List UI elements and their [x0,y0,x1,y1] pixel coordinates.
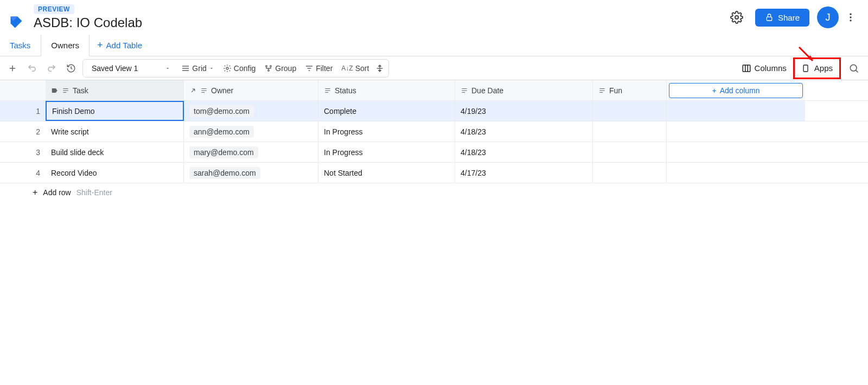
page-title[interactable]: ASDB: IO Codelab [34,15,142,30]
lock-icon [765,13,774,22]
ref-icon [189,87,197,94]
plus-icon: + [97,40,103,51]
column-header-due-date[interactable]: Due Date [455,80,593,100]
app-header: PREVIEW ASDB: IO Codelab Share J [0,0,868,35]
add-button[interactable] [4,60,21,76]
svg-rect-10 [803,65,808,72]
cell-fun[interactable] [593,101,667,121]
columns-icon [742,63,751,73]
column-header-owner[interactable]: Owner [184,80,318,100]
column-header-status[interactable]: Status [318,80,455,100]
cell-due-date[interactable]: 4/19/23 [455,101,593,121]
title-area: PREVIEW ASDB: IO Codelab [34,4,142,30]
cell-fun[interactable] [593,142,667,162]
column-header-fun[interactable]: Fun [593,80,667,100]
svg-point-3 [850,16,851,18]
sort-button[interactable]: A↓Z Sort [338,62,372,75]
svg-point-6 [266,65,267,67]
owner-chip[interactable]: tom@demo.com [189,105,254,117]
owner-chip[interactable]: ann@demo.com [189,126,254,138]
cell-task[interactable]: Record Video [46,163,184,183]
group-button[interactable]: Group [261,62,299,75]
saved-view-dropdown[interactable]: Saved View 1 [86,62,176,75]
table-row[interactable]: 3Build slide deckmary@demo.comIn Progres… [0,142,868,163]
plus-icon: + [33,188,37,197]
device-icon [801,63,810,74]
owner-chip[interactable]: mary@demo.com [189,146,258,158]
svg-point-8 [268,69,270,71]
cell-owner[interactable]: tom@demo.com [184,101,318,121]
column-header-add: + Add column [667,80,805,100]
owner-chip[interactable]: sarah@demo.com [189,167,260,179]
svg-point-11 [850,65,857,71]
add-row-button[interactable]: + Add row Shift-Enter [0,183,868,202]
add-row-hint: Shift-Enter [76,188,112,197]
undo-button[interactable] [24,60,40,76]
group-icon [264,64,273,73]
user-avatar[interactable]: J [817,7,839,28]
tab-tasks[interactable]: Tasks [0,35,41,56]
share-button[interactable]: Share [755,9,809,27]
toolbar-view-group: Saved View 1 Grid Config Group Filter A↓… [82,59,389,78]
plus-icon: + [712,86,716,95]
cell-fun[interactable] [593,163,667,183]
grid-icon [181,64,190,73]
history-button[interactable] [63,60,79,76]
cell-empty [667,163,805,183]
gear-icon [223,64,232,73]
row-height-icon [375,64,384,73]
cell-empty [667,121,805,142]
toolbar: Saved View 1 Grid Config Group Filter A↓… [0,56,868,80]
cell-due-date[interactable]: 4/17/23 [455,163,593,183]
cell-status[interactable]: Not Started [318,163,455,183]
cell-due-date[interactable]: 4/18/23 [455,121,593,142]
config-button[interactable]: Config [220,62,259,75]
search-button[interactable] [844,59,864,78]
settings-button[interactable] [726,7,748,28]
text-icon [461,87,468,94]
cell-task[interactable]: Build slide deck [46,142,184,162]
cell-task[interactable]: Write script [46,121,184,142]
sort-icon: A↓Z [341,65,353,72]
preview-badge: PREVIEW [34,4,74,14]
table-row[interactable]: 1Finish Demotom@demo.comComplete4/19/23 [0,101,868,121]
redo-button[interactable] [43,60,60,76]
filter-icon [305,64,314,73]
grid-layout-dropdown[interactable]: Grid [178,62,217,75]
row-number: 3 [0,142,46,162]
text-icon [62,87,69,94]
row-number: 2 [0,121,46,142]
columns-button[interactable]: Columns [738,61,790,75]
filter-button[interactable]: Filter [302,62,336,75]
row-number: 1 [0,101,46,121]
table-row[interactable]: 4Record Videosarah@demo.comNot Started4/… [0,163,868,183]
row-height-button[interactable] [374,62,385,75]
svg-point-0 [735,16,738,19]
cell-task[interactable]: Finish Demo [46,101,184,121]
app-logo-icon [7,12,26,32]
column-header-task[interactable]: Task [46,80,184,100]
data-grid: Task Owner Status Due Date Fun + Add col… [0,80,868,202]
add-table-button[interactable]: + Add Table [90,40,150,51]
cell-status[interactable]: In Progress [318,121,455,142]
add-column-button[interactable]: + Add column [669,83,803,98]
svg-point-2 [850,14,851,15]
share-label: Share [778,13,800,22]
svg-rect-9 [743,65,750,72]
more-menu-button[interactable] [842,7,859,28]
cell-owner[interactable]: sarah@demo.com [184,163,318,183]
svg-point-5 [226,67,228,69]
chevron-down-icon [165,66,170,71]
cell-empty [667,101,805,121]
apps-button[interactable]: Apps [793,57,841,79]
table-row[interactable]: 2Write scriptann@demo.comIn Progress4/18… [0,121,868,142]
tab-owners[interactable]: Owners [41,35,90,56]
cell-empty [667,142,805,162]
text-icon [598,87,606,94]
cell-owner[interactable]: mary@demo.com [184,142,318,162]
cell-due-date[interactable]: 4/18/23 [455,142,593,162]
cell-status[interactable]: In Progress [318,142,455,162]
cell-fun[interactable] [593,121,667,142]
cell-status[interactable]: Complete [318,101,455,121]
cell-owner[interactable]: ann@demo.com [184,121,318,142]
